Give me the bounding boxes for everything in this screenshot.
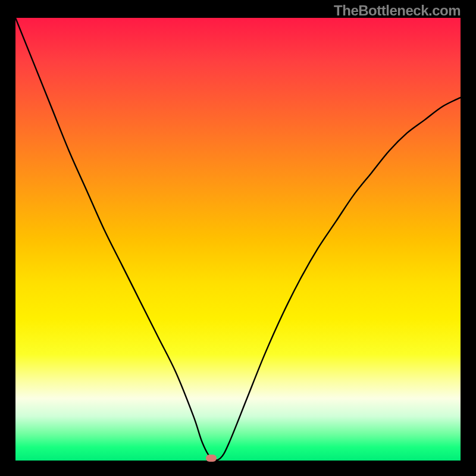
optimal-point-marker: [206, 455, 217, 462]
v-curve: [15, 18, 461, 461]
chart-svg: [15, 18, 461, 461]
watermark: TheBottleneck.com: [334, 2, 461, 19]
chart-container: TheBottleneck.com: [0, 0, 476, 476]
